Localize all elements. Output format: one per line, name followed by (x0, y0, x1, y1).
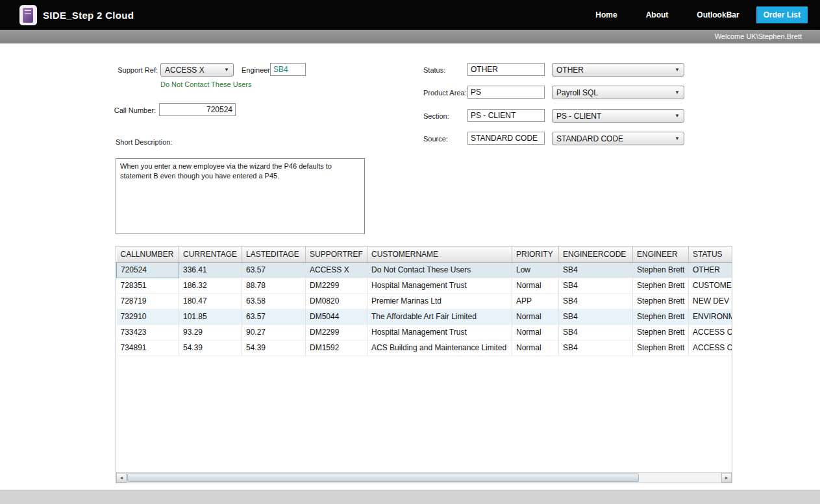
short-description-label: Short Description: (116, 138, 172, 146)
section-dropdown-value: PS - CLIENT (553, 112, 671, 121)
scrollbar-thumb[interactable] (127, 474, 639, 482)
grid-cell: SB4 (559, 340, 633, 355)
grid-cell: 336.41 (179, 262, 242, 278)
product-area-field[interactable] (467, 86, 545, 99)
grid-cell: 54.39 (242, 340, 306, 355)
source-dropdown[interactable]: STANDARD CODE ▼ (552, 132, 684, 145)
grid-cell: APP (512, 293, 559, 309)
grid-cell: Normal (512, 278, 559, 293)
column-header[interactable]: CALLNUMBER (117, 246, 179, 262)
scroll-left-icon[interactable]: ◄ (116, 473, 127, 483)
table-row[interactable]: 720524336.4163.57ACCESS XDo Not Contact … (117, 262, 733, 278)
grid-cell: DM1592 (306, 340, 367, 355)
column-header[interactable]: ENGINEER (633, 246, 689, 262)
status-field[interactable] (467, 63, 545, 76)
grid-cell: 54.39 (179, 340, 242, 355)
column-header[interactable]: STATUS (689, 246, 733, 262)
column-header[interactable]: CUSTOMERNAME (367, 246, 512, 262)
column-header[interactable]: PRIORITY (512, 246, 559, 262)
grid-cell: 90.27 (242, 324, 306, 340)
grid-cell: Stephen Brett (633, 324, 689, 340)
welcome-text: Welcome UK\Stephen.Brett (715, 32, 802, 40)
grid-cell: SB4 (559, 324, 633, 340)
grid-body: 720524336.4163.57ACCESS XDo Not Contact … (117, 262, 733, 355)
grid-cell: ACCESS X (306, 262, 367, 278)
grid-cell: SB4 (559, 262, 633, 278)
scrollbar-track[interactable] (127, 473, 721, 483)
column-header[interactable]: SUPPORTREF (306, 246, 367, 262)
grid-cell: 720524 (117, 262, 179, 278)
source-dropdown-value: STANDARD CODE (553, 134, 671, 143)
grid-cell: 63.58 (242, 293, 306, 309)
grid-cell: ACCESS OS (689, 324, 733, 340)
short-description-field[interactable]: When you enter a new employee via the wi… (116, 158, 365, 234)
table-row[interactable]: 73489154.3954.39DM1592ACS Building and M… (117, 340, 733, 355)
grid-cell: The Affordable Art Fair Limited (367, 309, 512, 324)
call-number-field[interactable] (159, 103, 236, 116)
grid-header-row: CALLNUMBERCURRENTAGELASTEDITAGESUPPORTRE… (117, 246, 733, 262)
footer-strip (0, 490, 820, 504)
main-nav: Home About OutlookBar Order List (567, 6, 808, 23)
support-ref-value: ACCESS X (161, 66, 220, 75)
grid-cell: ACS Building and Maintenance Limited (367, 340, 512, 355)
support-ref-label: Support Ref: (108, 66, 158, 74)
grid-cell: 733423 (117, 324, 179, 340)
source-field[interactable] (467, 132, 545, 145)
table-row[interactable]: 73342393.2990.27DM2299Hospital Managemen… (117, 324, 733, 340)
horizontal-scrollbar[interactable]: ◄ ► (116, 472, 732, 483)
nav-home[interactable]: Home (595, 10, 617, 19)
section-field[interactable] (467, 109, 545, 122)
grid-cell: Stephen Brett (633, 340, 689, 355)
grid-cell: Normal (512, 340, 559, 355)
grid-cell: 93.29 (179, 324, 242, 340)
grid-cell: Hospital Management Trust (367, 278, 512, 293)
do-not-contact-link[interactable]: Do Not Contact These Users (160, 80, 251, 88)
chevron-down-icon: ▼ (671, 90, 684, 95)
product-area-dropdown[interactable]: Payroll SQL ▼ (552, 86, 684, 99)
status-dropdown-value: OTHER (553, 66, 671, 75)
page: SIDE_Step 2 Cloud Home About OutlookBar … (0, 0, 820, 504)
grid-cell: Hospital Management Trust (367, 324, 512, 340)
grid-cell: SB4 (559, 309, 633, 324)
chevron-down-icon: ▼ (671, 67, 684, 73)
table-row[interactable]: 728351186.3288.78DM2299Hospital Manageme… (117, 278, 733, 293)
nav-about[interactable]: About (646, 10, 669, 19)
column-header[interactable]: ENGINEERCODE (559, 246, 633, 262)
column-header[interactable]: CURRENTAGE (179, 246, 242, 262)
grid-cell: Stephen Brett (633, 293, 689, 309)
section-label: Section: (423, 112, 449, 120)
grid-cell: 728351 (117, 278, 179, 293)
scroll-right-icon[interactable]: ► (721, 473, 732, 483)
section-dropdown[interactable]: PS - CLIENT ▼ (552, 109, 684, 123)
grid-cell: Low (512, 262, 559, 278)
engineer-field[interactable] (270, 63, 306, 76)
table-row[interactable]: 728719180.4763.58DM0820Premier Marinas L… (117, 293, 733, 309)
product-area-dropdown-value: Payroll SQL (553, 88, 671, 97)
grid-cell: Do Not Contact These Users (367, 262, 512, 278)
chevron-down-icon: ▼ (220, 67, 233, 73)
grid-cell: 180.47 (179, 293, 242, 309)
welcome-bar: Welcome UK\Stephen.Brett (0, 30, 820, 43)
top-navigation-bar: SIDE_Step 2 Cloud Home About OutlookBar … (0, 0, 820, 30)
grid-cell: DM0820 (306, 293, 367, 309)
call-number-label: Call Number: (106, 106, 156, 114)
grid-cell: 63.57 (242, 262, 306, 278)
chevron-down-icon: ▼ (671, 136, 684, 141)
engineer-label: Engineer: (242, 66, 272, 74)
calls-grid: CALLNUMBERCURRENTAGELASTEDITAGESUPPORTRE… (116, 246, 732, 483)
grid-cell: 732910 (117, 309, 179, 324)
grid-cell: 88.78 (242, 278, 306, 293)
nav-order-list[interactable]: Order List (756, 6, 808, 23)
column-header[interactable]: LASTEDITAGE (242, 246, 306, 262)
app-logo-icon (19, 5, 37, 25)
table-row[interactable]: 732910101.8563.57DM5044The Affordable Ar… (117, 309, 733, 324)
grid-cell: DM5044 (306, 309, 367, 324)
status-dropdown[interactable]: OTHER ▼ (552, 63, 684, 77)
nav-outlookbar[interactable]: OutlookBar (697, 10, 739, 19)
grid-cell: DM2299 (306, 278, 367, 293)
chevron-down-icon: ▼ (671, 113, 684, 119)
grid-cell: CUSTOMER I (689, 278, 733, 293)
grid-cell: ENVIRONME (689, 309, 733, 324)
support-ref-dropdown[interactable]: ACCESS X ▼ (160, 63, 234, 77)
grid-cell: 63.57 (242, 309, 306, 324)
